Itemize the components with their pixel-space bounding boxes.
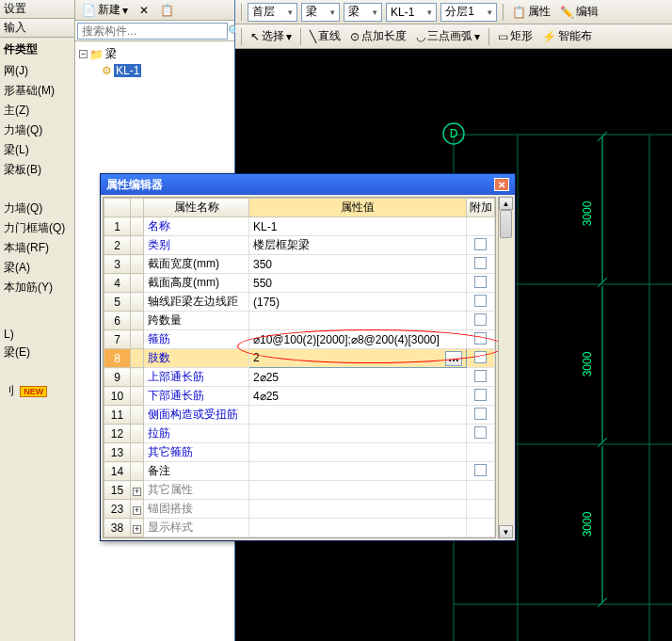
addon-cell[interactable]	[467, 217, 495, 236]
row-number[interactable]: 3	[104, 255, 131, 274]
addon-cell[interactable]	[467, 406, 495, 425]
checkbox[interactable]	[474, 257, 487, 269]
addon-cell[interactable]	[467, 255, 495, 274]
prop-value[interactable]	[249, 443, 467, 462]
search-input[interactable]	[77, 23, 228, 40]
addon-cell[interactable]	[467, 443, 495, 462]
addon-cell[interactable]	[467, 425, 495, 443]
checkbox[interactable]	[474, 408, 487, 420]
prop-value[interactable]: 楼层框架梁	[249, 236, 467, 255]
member-combo[interactable]: KL-1	[386, 3, 437, 22]
scroll-down-icon[interactable]: ▼	[499, 525, 513, 538]
attr-button[interactable]: 📋属性	[509, 3, 553, 21]
addon-cell[interactable]	[467, 462, 495, 481]
table-row[interactable]: 5轴线距梁左边线距(175)	[104, 293, 495, 312]
table-row[interactable]: 7箍筋⌀10@100(2)[2000];⌀8@200(4)[3000]	[104, 330, 495, 349]
dialog-titlebar[interactable]: 属性编辑器 ✕	[101, 174, 515, 195]
plus-icon[interactable]: +	[133, 525, 141, 534]
addon-cell[interactable]	[467, 274, 495, 293]
prop-value[interactable]: KL-1	[249, 217, 467, 236]
addon-cell[interactable]	[467, 312, 495, 330]
plus-icon[interactable]: +	[133, 488, 141, 496]
row-number[interactable]: 9	[104, 368, 131, 387]
prop-value[interactable]	[249, 312, 467, 330]
col-expand[interactable]	[131, 199, 144, 217]
left-item[interactable]: 梁(E)	[0, 343, 74, 362]
addon-cell[interactable]	[467, 368, 495, 387]
row-number[interactable]: 6	[104, 312, 131, 330]
close-icon[interactable]: ✕	[494, 178, 509, 191]
row-number[interactable]: 11	[104, 406, 131, 425]
prop-value[interactable]: 4⌀25	[249, 387, 467, 406]
expand-cell[interactable]: +	[131, 500, 144, 519]
left-item[interactable]: 网(J)	[0, 61, 74, 81]
left-item[interactable]: 形基础(M)	[0, 81, 74, 101]
left-item[interactable]: 梁(L)	[0, 140, 74, 160]
prop-value[interactable]: ⌀10@100(2)[2000];⌀8@200(4)[3000]	[249, 330, 467, 349]
row-number[interactable]: 38	[104, 519, 131, 537]
plus-icon[interactable]: +	[133, 506, 141, 515]
row-number[interactable]: 4	[104, 274, 131, 293]
prop-value[interactable]: …2	[249, 349, 467, 368]
expand-cell[interactable]: +	[131, 481, 144, 500]
checkbox[interactable]	[474, 332, 487, 345]
checkbox[interactable]	[474, 313, 487, 326]
edit-button[interactable]: ✏️编辑	[557, 3, 601, 21]
cat-combo[interactable]: 梁	[301, 3, 340, 22]
checkbox[interactable]	[474, 389, 487, 401]
subcat-combo[interactable]: 梁	[344, 3, 382, 22]
left-item-new[interactable]: 刂 NEW	[0, 381, 74, 401]
addon-cell[interactable]	[467, 500, 495, 519]
copy-button[interactable]: 📋	[157, 3, 177, 18]
line-button[interactable]: ╲直线	[307, 27, 344, 45]
row-number[interactable]: 5	[104, 293, 131, 312]
row-number[interactable]: 7	[104, 330, 131, 349]
prop-value[interactable]	[249, 500, 467, 519]
ellipsis-button[interactable]: …	[445, 351, 462, 366]
prop-value[interactable]	[249, 406, 467, 425]
collapse-icon[interactable]: −	[79, 50, 88, 58]
table-row[interactable]: 10下部通长筋4⌀25	[104, 387, 495, 406]
table-row[interactable]: 38+显示样式	[104, 519, 495, 537]
table-row[interactable]: 1名称KL-1	[104, 217, 495, 236]
prop-value[interactable]	[249, 481, 467, 500]
layer-combo[interactable]: 分层1	[440, 3, 497, 22]
checkbox[interactable]	[474, 370, 487, 382]
expand-cell[interactable]: +	[131, 519, 144, 537]
prop-value[interactable]	[249, 519, 467, 537]
table-row[interactable]: 23+锚固搭接	[104, 500, 495, 519]
prop-value[interactable]: 2⌀25	[249, 368, 467, 387]
left-item[interactable]: 本墙(RF)	[0, 238, 74, 258]
table-row[interactable]: 15+其它属性	[104, 481, 495, 500]
prop-value[interactable]: 350	[249, 255, 467, 274]
table-row[interactable]: 13其它箍筋	[104, 443, 495, 462]
prop-value[interactable]	[249, 425, 467, 443]
prop-value[interactable]	[249, 462, 467, 481]
table-row[interactable]: 14备注	[104, 462, 495, 481]
row-number[interactable]: 12	[104, 425, 131, 443]
table-row[interactable]: 8肢数…2	[104, 349, 495, 368]
col-add[interactable]: 附加	[467, 199, 495, 217]
row-number[interactable]: 8	[104, 349, 131, 368]
checkbox[interactable]	[474, 351, 487, 363]
row-number[interactable]: 23	[104, 500, 131, 519]
left-item[interactable]: L)	[0, 326, 74, 343]
left-item[interactable]: 力门框墙(Q)	[0, 218, 74, 238]
table-row[interactable]: 2类别楼层框架梁	[104, 236, 495, 255]
table-row[interactable]: 3截面宽度(mm)350	[104, 255, 495, 274]
tree-root[interactable]: − 📁 梁	[79, 45, 231, 63]
left-item[interactable]: 梁(A)	[0, 258, 74, 278]
addon-cell[interactable]	[467, 387, 495, 406]
table-row[interactable]: 9上部通长筋2⌀25	[104, 368, 495, 387]
left-item[interactable]: 梁板(B)	[0, 160, 74, 180]
col-value[interactable]: 属性值	[249, 199, 467, 217]
checkbox[interactable]	[474, 426, 487, 439]
tree-child[interactable]: ⚙ KL-1	[79, 63, 231, 78]
row-number[interactable]: 1	[104, 217, 131, 236]
scroll-up-icon[interactable]: ▲	[499, 197, 513, 210]
left-item[interactable]: 力墙(Q)	[0, 120, 74, 140]
scroll-thumb[interactable]	[500, 210, 512, 238]
point-button[interactable]: ⊙点加长度	[347, 27, 409, 45]
smart-button[interactable]: ⚡智能布	[539, 27, 595, 45]
left-item[interactable]: 主(Z)	[0, 101, 74, 120]
